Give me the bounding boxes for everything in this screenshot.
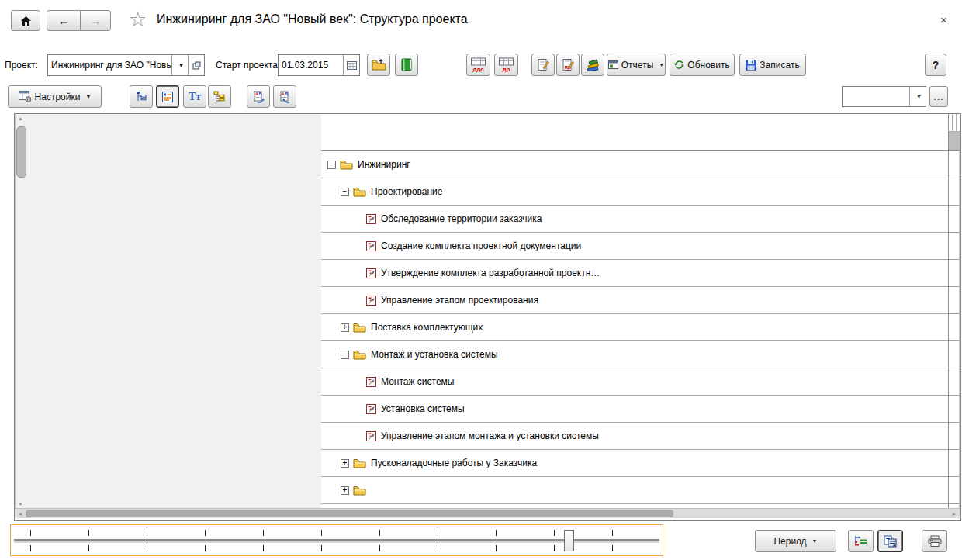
task-row[interactable]: Управление этапом проектирования — [321, 287, 948, 314]
project-combobox[interactable]: Инжиниринг для ЗАО "Новый ▼ — [47, 54, 205, 76]
hierarchy-button[interactable] — [208, 85, 231, 108]
slider-tick — [438, 545, 438, 551]
timescale-slider[interactable] — [10, 524, 663, 556]
quick-select-combobox[interactable]: ▼ — [842, 86, 926, 107]
quick-select-dropdown-button[interactable]: ▼ — [910, 87, 926, 106]
vertical-scrollbar[interactable]: ▲ ▼ — [15, 114, 321, 508]
open-folder-button[interactable] — [367, 54, 390, 76]
refresh-button[interactable]: Обновить — [670, 54, 735, 76]
print-button[interactable] — [922, 530, 947, 552]
task-label: Установка системы — [381, 403, 465, 414]
tree-expander-minus-icon[interactable]: − — [341, 351, 349, 359]
task-label: Управление этапом проектирования — [381, 295, 538, 306]
books-button[interactable] — [581, 54, 604, 76]
project-value: Инжиниринг для ЗАО "Новый — [48, 60, 171, 71]
slider-tick — [379, 545, 380, 551]
edit-pr-button[interactable]: пр — [556, 54, 580, 76]
svg-text:Б: Б — [285, 92, 289, 96]
task-row[interactable]: Обследование территории заказчика — [321, 206, 948, 233]
legend-button[interactable] — [848, 530, 874, 552]
copy-settings-button[interactable]: АБ — [247, 85, 270, 108]
task-row[interactable]: +Пусконаладочные работы у Заказчика — [321, 450, 948, 477]
task-row[interactable]: + — [321, 477, 948, 504]
font-button[interactable]: Тт — [183, 85, 206, 108]
dr-report-button[interactable]: др — [494, 54, 518, 76]
folder-icon — [353, 458, 366, 468]
tree-structure-button[interactable] — [130, 85, 153, 108]
folder-icon — [353, 187, 366, 197]
diagram-copy-button[interactable] — [877, 530, 903, 552]
tree-expander-minus-icon[interactable]: − — [341, 188, 349, 196]
project-dropdown-button[interactable]: ▼ — [172, 55, 188, 75]
dds-report-button[interactable]: ддс — [466, 54, 490, 76]
hierarchy-icon — [213, 91, 226, 102]
edit-task-button[interactable] — [531, 54, 555, 76]
show-names-button[interactable] — [156, 85, 179, 108]
calendar-button[interactable] — [344, 55, 359, 75]
page-title: Инжиниринг для ЗАО "Новый век": Структур… — [157, 12, 468, 26]
home-button[interactable] — [11, 10, 40, 31]
task-row[interactable]: Установка системы — [321, 396, 948, 423]
slider-track[interactable] — [14, 539, 659, 544]
gantt-header-corner — [321, 114, 949, 151]
project-start-date-field[interactable]: 01.03.2015 — [278, 54, 360, 76]
scroll-right-icon[interactable]: ► — [949, 509, 960, 518]
gantt-timescale-header: февр. 2015март 2015апр. 2015май 2015июнь… — [949, 114, 960, 151]
books-stack-icon — [586, 59, 600, 71]
slider-tick — [321, 530, 322, 536]
refresh-icon — [674, 60, 684, 70]
paste-settings-button[interactable]: АБ — [273, 85, 296, 108]
save-button[interactable]: Записать — [739, 54, 806, 76]
task-icon — [366, 377, 376, 387]
favorite-star-icon[interactable]: ☆ — [129, 8, 147, 32]
tree-expander-plus-icon[interactable]: + — [341, 459, 349, 468]
horizontal-scroll-thumb[interactable] — [26, 510, 673, 517]
reports-button[interactable]: Отчеты ▼ — [607, 54, 666, 76]
task-row[interactable]: Монтаж системы — [321, 368, 948, 396]
help-button[interactable]: ? — [925, 54, 946, 76]
close-icon[interactable]: × — [940, 13, 947, 26]
project-start-label: Старт проекта: — [216, 54, 280, 76]
task-row[interactable]: Утверждение комплекта разработанной прое… — [321, 260, 948, 287]
slider-tick — [30, 530, 31, 536]
scroll-left-icon[interactable]: ◄ — [15, 509, 26, 518]
slider-thumb[interactable] — [564, 530, 574, 551]
ledger-button[interactable] — [395, 54, 418, 76]
slider-tick — [263, 545, 264, 551]
more-button[interactable]: ... — [929, 86, 948, 107]
period-button[interactable]: Период ▼ — [755, 530, 836, 552]
forward-icon: → — [90, 14, 102, 27]
tree-expander-plus-icon[interactable]: + — [341, 486, 349, 495]
task-icon — [366, 214, 376, 224]
task-row[interactable]: −Монтаж и установка системы — [321, 341, 948, 368]
forward-button[interactable]: → — [80, 10, 111, 31]
slider-tick — [88, 530, 89, 536]
svg-text:ддс: ддс — [472, 66, 484, 72]
task-row[interactable]: Управление этапом монтажа и установки си… — [321, 423, 948, 450]
tree-expander-plus-icon[interactable]: + — [341, 323, 349, 332]
horizontal-scrollbar[interactable]: ◄ ► — [15, 508, 960, 518]
legend-icon — [854, 535, 867, 547]
task-row[interactable]: −Проектирование — [321, 178, 948, 206]
task-row[interactable]: +Поставка комплектующих — [321, 314, 948, 341]
project-open-button[interactable] — [189, 55, 204, 75]
scroll-down-icon[interactable]: ▼ — [16, 501, 26, 506]
settings-label: Настройки — [35, 92, 81, 102]
vertical-scroll-thumb[interactable] — [16, 126, 26, 178]
settings-table-icon — [19, 91, 32, 102]
chevron-down-icon: ▼ — [812, 538, 818, 544]
paste-ab-icon: АБ — [279, 91, 291, 103]
task-row[interactable]: Создание комплекта проектной документаци… — [321, 233, 948, 260]
tree-expander-minus-icon[interactable]: − — [327, 161, 336, 169]
settings-button[interactable]: Настройки ▼ — [8, 85, 102, 108]
back-button[interactable]: ← — [47, 10, 81, 31]
date-row: 0209162302091623300613202704111825010815… — [949, 132, 960, 151]
dependency-links — [949, 151, 960, 508]
slider-tick — [612, 530, 613, 536]
task-row[interactable]: −Инжиниринг — [321, 151, 948, 178]
scroll-up-icon[interactable]: ▲ — [16, 116, 26, 121]
period-label: Период — [773, 536, 806, 547]
printer-icon — [928, 535, 942, 547]
task-tree: −Инжиниринг−ПроектированиеОбследование т… — [321, 151, 949, 508]
task-label: Монтаж и установка системы — [371, 349, 498, 360]
